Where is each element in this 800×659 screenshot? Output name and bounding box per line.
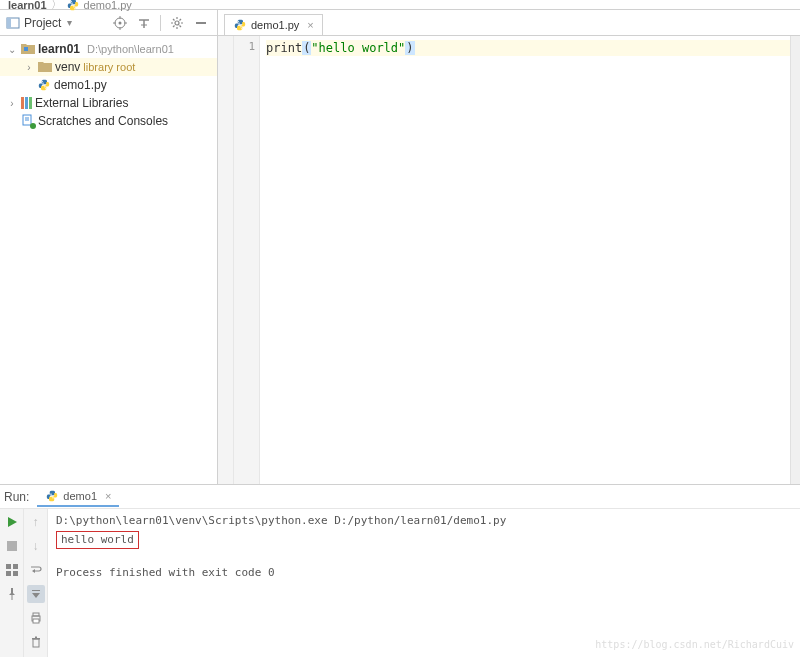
svg-rect-32 xyxy=(6,564,11,569)
editor-gutter[interactable] xyxy=(218,36,234,484)
svg-point-5 xyxy=(119,21,122,24)
trash-icon[interactable] xyxy=(27,633,45,651)
tree-venv-name: venv xyxy=(55,60,80,74)
folder-icon xyxy=(38,61,52,73)
soft-wrap-icon[interactable] xyxy=(27,561,45,579)
tree-file-name: demo1.py xyxy=(54,78,107,92)
stop-icon[interactable] xyxy=(3,537,21,555)
tree-venv[interactable]: › venv library root xyxy=(0,58,217,76)
tree-scratches[interactable]: › Scratches and Consoles xyxy=(0,112,217,130)
close-tab-icon[interactable]: × xyxy=(307,19,313,31)
svg-rect-42 xyxy=(35,637,37,639)
svg-rect-25 xyxy=(24,47,28,51)
project-panel-header[interactable]: Project ▾ xyxy=(0,10,218,35)
scroll-to-end-icon[interactable] xyxy=(27,585,45,603)
gear-icon[interactable] xyxy=(167,13,187,33)
svg-point-26 xyxy=(42,81,43,82)
folder-icon xyxy=(21,43,35,55)
pin-icon[interactable] xyxy=(3,585,21,603)
project-tree[interactable]: ⌄ learn01 D:\python\learn01 › venv libra… xyxy=(0,36,218,484)
code-string: "hello world" xyxy=(311,41,405,55)
run-panel-header: Run: demo1 × xyxy=(0,485,800,509)
toolbar-separator xyxy=(160,15,161,31)
svg-rect-22 xyxy=(196,22,206,24)
svg-line-18 xyxy=(173,19,175,21)
rerun-icon[interactable] xyxy=(3,513,21,531)
tree-venv-hint: library root xyxy=(83,61,135,73)
main-area: ⌄ learn01 D:\python\learn01 › venv libra… xyxy=(0,36,800,484)
code-editor[interactable]: print("hello world") xyxy=(260,36,800,484)
svg-rect-36 xyxy=(11,595,12,600)
svg-rect-3 xyxy=(7,18,11,28)
breadcrumb: learn01 〉 demo1.py xyxy=(0,0,800,10)
editor-tab[interactable]: demo1.py × xyxy=(224,14,323,35)
run-toolbar-right: ↑ ↓ xyxy=(24,509,48,657)
editor-area: 1 print("hello world") xyxy=(218,36,800,484)
svg-point-13 xyxy=(175,21,179,25)
code-close-paren: ) xyxy=(405,41,414,55)
code-line[interactable]: print("hello world") xyxy=(266,40,794,56)
watermark: https://blog.csdn.net/RichardCuiv xyxy=(595,637,794,653)
breadcrumb-root[interactable]: learn01 xyxy=(8,0,47,11)
toolbar: Project ▾ demo1.py × xyxy=(0,10,800,36)
tree-external-libraries[interactable]: › External Libraries xyxy=(0,94,217,112)
up-arrow-icon[interactable]: ↑ xyxy=(27,513,45,531)
down-arrow-icon[interactable]: ↓ xyxy=(27,537,45,555)
console-exit-message: Process finished with exit code 0 xyxy=(56,565,792,581)
svg-line-19 xyxy=(180,25,182,27)
project-view-icon xyxy=(6,16,20,30)
svg-rect-39 xyxy=(33,619,39,623)
print-icon[interactable] xyxy=(27,609,45,627)
collapse-all-icon[interactable] xyxy=(134,13,154,33)
svg-point-23 xyxy=(238,21,239,22)
svg-rect-41 xyxy=(32,638,40,640)
chevron-right-icon[interactable]: › xyxy=(6,98,18,109)
chevron-right-icon[interactable]: › xyxy=(23,62,35,73)
svg-rect-33 xyxy=(13,564,18,569)
python-file-icon xyxy=(233,18,247,32)
svg-point-0 xyxy=(70,0,71,1)
run-panel-label: Run: xyxy=(4,490,29,504)
dropdown-arrow-icon[interactable]: ▾ xyxy=(67,17,72,28)
svg-rect-38 xyxy=(33,613,39,616)
tree-scratches-label: Scratches and Consoles xyxy=(38,114,168,128)
line-number: 1 xyxy=(234,40,255,53)
editor-tabs: demo1.py × xyxy=(218,10,800,35)
breadcrumb-file[interactable]: demo1.py xyxy=(84,0,132,11)
run-tab-label: demo1 xyxy=(63,490,97,502)
chevron-down-icon[interactable]: ⌄ xyxy=(6,44,18,55)
layout-icon[interactable] xyxy=(3,561,21,579)
console-command: D:\python\learn01\venv\Scripts\python.ex… xyxy=(56,513,792,529)
tree-root-name: learn01 xyxy=(38,42,80,56)
svg-rect-31 xyxy=(7,541,17,551)
svg-point-1 xyxy=(73,8,74,9)
tree-file[interactable]: demo1.py xyxy=(0,76,217,94)
project-panel-title: Project xyxy=(24,16,61,30)
run-toolbar-left xyxy=(0,509,24,657)
external-libraries-icon xyxy=(21,97,32,109)
line-numbers: 1 xyxy=(234,36,260,484)
hide-panel-icon[interactable] xyxy=(191,13,211,33)
tree-root[interactable]: ⌄ learn01 D:\python\learn01 xyxy=(0,40,217,58)
run-panel: Run: demo1 × ↑ ↓ xyxy=(0,484,800,657)
svg-rect-34 xyxy=(6,571,11,576)
tree-root-path: D:\python\learn01 xyxy=(87,43,174,55)
run-panel-body: ↑ ↓ D:\python\learn01\venv\Scripts\pytho… xyxy=(0,509,800,657)
code-open-paren: ( xyxy=(302,41,311,55)
svg-point-24 xyxy=(241,28,242,29)
svg-point-27 xyxy=(45,88,46,89)
close-run-tab-icon[interactable]: × xyxy=(105,490,111,502)
editor-scrollbar[interactable] xyxy=(790,36,800,484)
svg-rect-40 xyxy=(33,639,39,647)
console-output[interactable]: D:\python\learn01\venv\Scripts\python.ex… xyxy=(48,509,800,657)
python-run-icon xyxy=(45,489,59,503)
svg-line-21 xyxy=(180,19,182,21)
locate-icon[interactable] xyxy=(110,13,130,33)
svg-rect-35 xyxy=(13,571,18,576)
run-tab[interactable]: demo1 × xyxy=(37,487,119,507)
svg-line-20 xyxy=(173,25,175,27)
tree-ext-lib-label: External Libraries xyxy=(35,96,128,110)
editor-tab-label: demo1.py xyxy=(251,19,299,31)
scratches-icon xyxy=(21,114,35,128)
python-file-icon xyxy=(37,78,51,92)
